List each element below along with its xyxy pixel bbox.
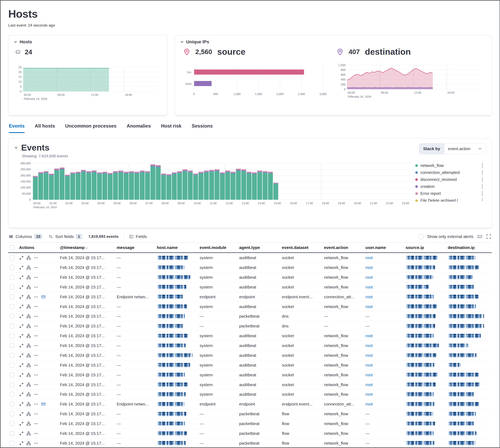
more-actions-icon[interactable] (34, 382, 38, 387)
chevron-down-icon[interactable] (180, 40, 184, 44)
fields-button[interactable]: Fields (129, 234, 147, 239)
col-header-Actions[interactable]: Actions (17, 245, 57, 250)
legend-options-icon[interactable] (482, 172, 483, 173)
row-checkbox[interactable] (10, 265, 15, 270)
row-checkbox[interactable] (10, 343, 15, 348)
expand-event-icon[interactable] (19, 285, 24, 289)
legend-options-icon[interactable] (482, 193, 483, 194)
user-name-link[interactable]: root (365, 255, 373, 260)
expand-event-icon[interactable] (19, 402, 24, 406)
endpoint-alert-icon[interactable] (41, 402, 46, 406)
row-checkbox[interactable] (10, 412, 15, 416)
chevron-down-icon[interactable] (14, 40, 17, 44)
analyze-event-icon[interactable] (26, 295, 31, 299)
col-header-event-module[interactable]: event.module (197, 245, 237, 250)
row-checkbox[interactable] (10, 314, 15, 319)
analyze-event-icon[interactable] (26, 421, 31, 426)
analyze-event-icon[interactable] (26, 382, 31, 387)
expand-event-icon[interactable] (19, 373, 24, 377)
analyze-event-icon[interactable] (26, 334, 31, 338)
user-name-link[interactable]: root (365, 265, 373, 270)
tab-host-risk[interactable]: Host risk (161, 123, 181, 133)
more-actions-icon[interactable] (34, 256, 38, 260)
expand-event-icon[interactable] (19, 275, 24, 279)
row-checkbox[interactable] (10, 324, 15, 328)
user-name-link[interactable]: root (365, 382, 373, 387)
more-actions-icon[interactable] (34, 412, 38, 416)
legend-item[interactable]: network_flow (415, 162, 486, 169)
row-checkbox[interactable] (10, 285, 15, 289)
expand-event-icon[interactable] (19, 295, 24, 299)
row-checkbox[interactable] (10, 392, 15, 397)
user-name-link[interactable]: root (365, 372, 373, 377)
more-actions-icon[interactable] (34, 363, 38, 367)
legend-options-icon[interactable] (482, 165, 483, 166)
legend-options-icon[interactable] (482, 200, 483, 201)
analyze-event-icon[interactable] (26, 373, 31, 377)
row-checkbox[interactable] (10, 441, 15, 446)
chevron-down-icon[interactable] (14, 146, 18, 149)
expand-event-icon[interactable] (19, 353, 24, 358)
col-header-source-ip[interactable]: source.ip (403, 245, 445, 250)
user-name-link[interactable]: root (365, 343, 373, 348)
row-checkbox[interactable] (10, 294, 15, 299)
more-actions-icon[interactable] (34, 314, 38, 319)
user-name-link[interactable]: root (365, 285, 373, 289)
analyze-event-icon[interactable] (26, 343, 31, 348)
analyze-event-icon[interactable] (26, 285, 31, 289)
row-checkbox[interactable] (10, 431, 15, 436)
more-actions-icon[interactable] (34, 324, 38, 328)
legend-item[interactable]: Error report (415, 190, 486, 197)
analyze-event-icon[interactable] (26, 392, 31, 397)
more-actions-icon[interactable] (34, 304, 38, 309)
row-checkbox[interactable] (10, 333, 15, 338)
analyze-event-icon[interactable] (26, 275, 31, 279)
more-actions-icon[interactable] (34, 421, 38, 426)
row-checkbox[interactable] (10, 255, 15, 260)
expand-event-icon[interactable] (19, 421, 24, 426)
expand-event-icon[interactable] (19, 343, 24, 348)
analyze-event-icon[interactable] (26, 363, 31, 367)
expand-event-icon[interactable] (19, 431, 24, 436)
more-actions-icon[interactable] (34, 343, 38, 348)
row-checkbox[interactable] (10, 402, 15, 406)
analyze-event-icon[interactable] (26, 412, 31, 416)
expand-event-icon[interactable] (19, 441, 24, 445)
expand-event-icon[interactable] (19, 382, 24, 387)
analyze-event-icon[interactable] (26, 441, 31, 445)
legend-options-icon[interactable] (482, 186, 483, 187)
user-name-link[interactable]: root (365, 275, 373, 280)
analyze-event-icon[interactable] (26, 256, 31, 260)
user-name-link[interactable]: root (365, 304, 373, 309)
legend-item[interactable]: creation (415, 183, 486, 190)
more-actions-icon[interactable] (34, 275, 38, 279)
tab-sessions[interactable]: Sessions (192, 123, 213, 133)
col-header-host-name[interactable]: host.name (154, 245, 197, 250)
analyze-event-icon[interactable] (26, 314, 31, 319)
expand-event-icon[interactable] (19, 363, 24, 367)
row-checkbox[interactable] (10, 421, 15, 426)
analyze-event-icon[interactable] (26, 324, 31, 328)
expand-event-icon[interactable] (19, 314, 24, 319)
tab-uncommon-processes[interactable]: Uncommon processes (65, 123, 117, 133)
col-header-user-name[interactable]: user.name (363, 245, 403, 250)
row-checkbox[interactable] (10, 353, 15, 358)
expand-event-icon[interactable] (19, 412, 24, 416)
col-header-message[interactable]: message (114, 245, 154, 250)
more-actions-icon[interactable] (34, 392, 38, 397)
keyboard-icon[interactable] (477, 234, 483, 239)
expand-event-icon[interactable] (19, 304, 24, 309)
user-name-link[interactable]: root (365, 363, 373, 368)
legend-item[interactable]: disconnect_received (415, 176, 486, 183)
user-name-link[interactable]: root (365, 294, 373, 299)
expand-event-icon[interactable] (19, 324, 24, 328)
user-name-link[interactable]: root (365, 392, 373, 397)
analyze-event-icon[interactable] (26, 431, 31, 436)
more-actions-icon[interactable] (34, 402, 38, 406)
expand-event-icon[interactable] (19, 334, 24, 338)
user-name-link[interactable]: root (365, 402, 373, 406)
more-actions-icon[interactable] (34, 285, 38, 289)
more-actions-icon[interactable] (34, 441, 38, 445)
analyze-event-icon[interactable] (26, 304, 31, 309)
expand-event-icon[interactable] (19, 265, 24, 270)
